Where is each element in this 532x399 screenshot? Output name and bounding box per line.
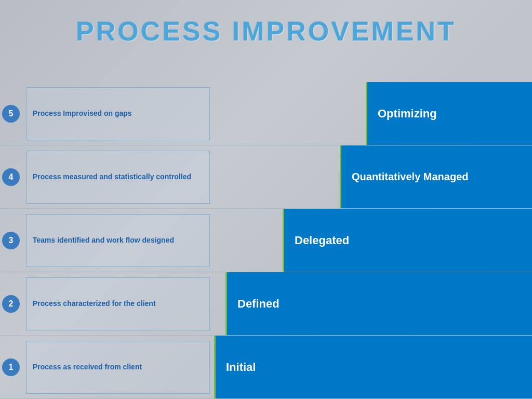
rows-container: 5Process Improvised on gapsOptimizing4Pr… [0,82,532,399]
spacer-2 [214,272,225,335]
row-1: 1Process as received from clientInitial [0,336,532,399]
number-badge-5: 5 [2,105,20,123]
bar-label-5: Optimizing [378,107,437,121]
bar-3: Delegated [283,209,532,272]
row-text-3: Teams identified and work flow designed [33,235,174,245]
row-number-5: 5 [0,82,22,145]
row-4: 4Process measured and statistically cont… [0,145,532,209]
bar-4: Quantitatively Managed [340,145,532,208]
number-badge-3: 3 [2,232,20,249]
row-number-1: 1 [0,336,22,398]
page-title: PROCESS IMPROVEMENT [0,16,532,47]
text-box-5: Process Improvised on gaps [22,82,214,145]
row-2: 2Process characterized for the clientDef… [0,272,532,336]
bar-2: Defined [225,272,532,335]
bar-label-2: Defined [237,297,280,311]
text-box-3: Teams identified and work flow designed [22,209,214,272]
bar-1: Initial [214,336,532,398]
row-number-2: 2 [0,272,22,335]
number-badge-2: 2 [2,295,20,313]
spacer-4 [214,145,340,208]
spacer-3 [214,209,283,272]
row-number-3: 3 [0,209,22,272]
text-box-1: Process as received from client [22,336,214,398]
bar-label-3: Delegated [295,234,349,247]
bar-label-4: Quantitatively Managed [352,171,469,183]
spacer-5 [214,82,366,145]
row-text-4: Process measured and statistically contr… [33,172,191,181]
number-badge-1: 1 [2,358,20,376]
row-number-4: 4 [0,145,22,208]
number-badge-4: 4 [2,168,20,186]
row-text-5: Process Improvised on gaps [33,109,132,118]
text-box-2: Process characterized for the client [22,272,214,335]
text-box-4: Process measured and statistically contr… [22,145,214,208]
bar-label-1: Initial [226,361,256,374]
content-wrapper: PROCESS IMPROVEMENT 5Process Improvised … [0,0,532,399]
bar-5: Optimizing [366,82,532,145]
row-text-1: Process as received from client [33,362,142,371]
row-3: 3Teams identified and work flow designed… [0,209,532,272]
title-section: PROCESS IMPROVEMENT [0,0,532,57]
row-text-2: Process characterized for the client [33,299,156,308]
row-5: 5Process Improvised on gapsOptimizing [0,82,532,145]
